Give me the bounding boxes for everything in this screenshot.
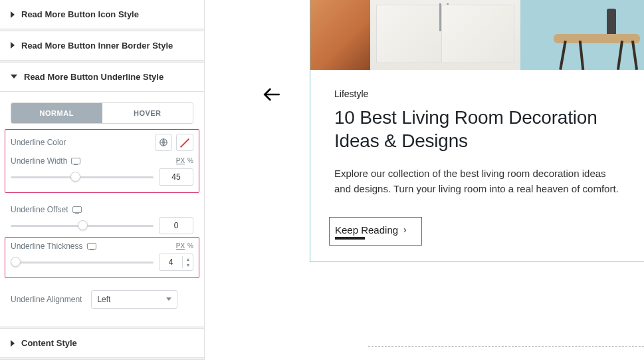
section-content-style[interactable]: Content Style — [0, 329, 204, 358]
section-label: Read More Button Inner Border Style — [21, 41, 173, 51]
underline-thickness-slider[interactable] — [11, 258, 154, 267]
underline-width-slider[interactable] — [11, 172, 154, 182]
section-label: Read More Button Icon Style — [21, 9, 139, 19]
global-color-button[interactable] — [155, 134, 172, 151]
section-read-more-underline-style[interactable]: Read More Button Underline Style — [0, 63, 204, 92]
read-more-button[interactable]: Keep Reading › — [335, 224, 407, 236]
highlight-box-thickness: Underline Thickness PX % 4 ▴▾ — [5, 237, 199, 278]
globe-icon — [159, 138, 168, 147]
tab-normal[interactable]: NORMAL — [11, 103, 102, 123]
underline-width-label: Underline Width — [11, 156, 80, 166]
post-excerpt: Explore our collection of the best livin… — [334, 166, 623, 197]
tab-hover[interactable]: HOVER — [102, 103, 193, 123]
units-toggle[interactable]: PX % — [176, 157, 193, 164]
chevron-down-icon — [166, 297, 171, 301]
highlight-box-cta: Keep Reading › — [329, 217, 422, 246]
chevron-right-icon — [11, 11, 15, 18]
settings-sidebar: Read More Button Icon Style Read More Bu… — [0, 0, 205, 360]
carousel-prev-button[interactable] — [261, 84, 282, 107]
section-read-more-inner-border[interactable]: Read More Button Inner Border Style — [0, 31, 204, 61]
read-more-label: Keep Reading — [335, 224, 398, 236]
responsive-icon[interactable] — [71, 158, 80, 164]
underline-offset-slider[interactable] — [11, 221, 154, 230]
underline-alignment-label: Underline Alignment — [11, 295, 82, 304]
units-toggle[interactable]: PX % — [176, 242, 193, 250]
responsive-icon[interactable] — [87, 243, 96, 250]
post-title[interactable]: 10 Best Living Room Decoration Ideas & D… — [334, 106, 623, 152]
read-more-underline — [335, 237, 365, 240]
state-tabs: NORMAL HOVER — [11, 102, 193, 124]
step-up-icon[interactable]: ▴ — [183, 256, 193, 262]
responsive-icon[interactable] — [72, 206, 82, 213]
underline-style-panel: NORMAL HOVER Underline Color Underline W… — [0, 92, 204, 326]
underline-width-input[interactable] — [159, 168, 193, 186]
chevron-down-icon — [11, 75, 17, 79]
section-label: Read More Button Underline Style — [24, 72, 163, 82]
section-divider-dashed — [368, 346, 644, 347]
underline-thickness-label: Underline Thickness — [11, 242, 96, 251]
chevron-right-icon — [11, 42, 15, 49]
post-category[interactable]: Lifestyle — [334, 89, 623, 99]
underline-thickness-input[interactable]: 4 ▴▾ — [159, 254, 193, 271]
underline-offset-input[interactable] — [159, 217, 193, 234]
underline-alignment-select[interactable]: Left — [91, 290, 177, 309]
highlight-box-color-width: Underline Color Underline Width PX % — [5, 129, 199, 193]
chevron-right-icon — [11, 340, 15, 347]
section-label: Content Style — [21, 338, 77, 348]
section-read-more-icon-style[interactable]: Read More Button Icon Style — [0, 0, 204, 29]
underline-offset-group: Underline Offset — [11, 200, 193, 241]
arrow-left-icon — [261, 84, 282, 105]
underline-color-label: Underline Color — [11, 138, 66, 147]
post-card: Lifestyle 10 Best Living Room Decoration… — [310, 0, 644, 262]
underline-alignment-group: Underline Alignment Left — [11, 285, 193, 315]
color-swatch-none[interactable] — [176, 134, 193, 151]
chevron-right-icon: › — [403, 224, 407, 235]
post-image — [310, 0, 644, 70]
preview-canvas: on. Lifestyle 10 Best Living Room Decora… — [205, 0, 644, 360]
step-down-icon[interactable]: ▾ — [183, 262, 193, 268]
underline-offset-label: Underline Offset — [11, 205, 82, 214]
